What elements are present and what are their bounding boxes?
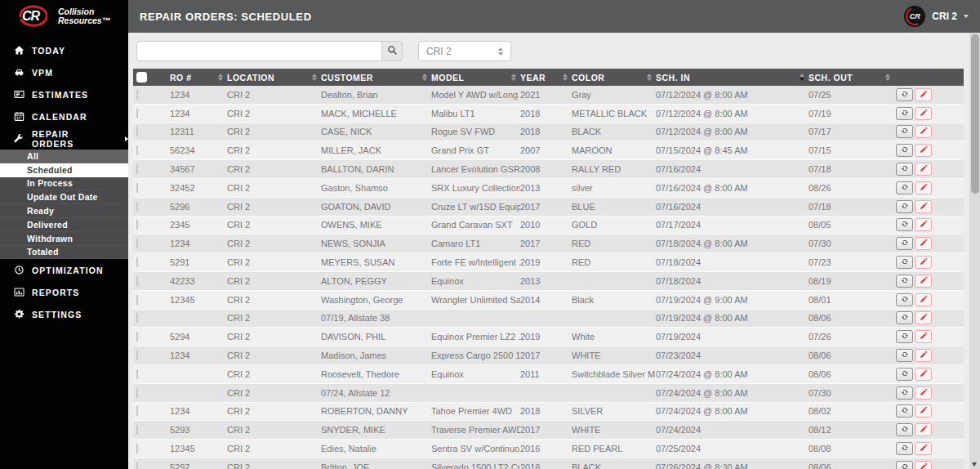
account-menu[interactable]: CR CRI 2 [904,6,969,27]
sort-icon[interactable] [800,74,804,81]
edit-button[interactable] [915,107,932,120]
row-checkbox[interactable] [136,164,138,174]
row-checkbox[interactable] [136,406,138,416]
refresh-button[interactable] [896,349,913,362]
edit-button[interactable] [915,404,932,418]
edit-button[interactable] [915,256,932,269]
edit-button[interactable] [915,237,932,250]
refresh-button[interactable] [896,330,913,343]
sidebar-item-optimization[interactable]: OPTIMIZATION [0,259,128,281]
sidebar-subitem-withdrawn[interactable]: Withdrawn [0,232,128,246]
sidebar-item-estimates[interactable]: ESTIMATES [0,83,128,105]
refresh-button[interactable] [896,386,913,400]
refresh-button[interactable] [896,107,913,120]
edit-button[interactable] [915,386,932,400]
row-checkbox[interactable] [136,462,138,469]
row-checkbox[interactable] [136,388,138,398]
edit-button[interactable] [915,461,932,469]
sidebar-item-repair-orders[interactable]: REPAIR ORDERS [0,127,128,150]
row-checkbox[interactable] [136,313,138,323]
column-header-sch_out[interactable]: SCH. OUT [808,69,894,86]
edit-button[interactable] [915,88,932,101]
avatar[interactable]: CR [904,6,925,27]
sort-icon[interactable] [885,74,890,81]
refresh-button[interactable] [896,275,913,288]
row-checkbox[interactable] [136,276,138,286]
sidebar-subitem-in-process[interactable]: In Process [0,177,128,191]
sort-icon[interactable] [563,74,568,81]
location-select[interactable]: CRI 2 [418,41,511,61]
refresh-button[interactable] [896,368,913,381]
edit-button[interactable] [915,330,932,343]
sidebar-subitem-update-out-date[interactable]: Update Out Date [0,190,128,204]
edit-button[interactable] [915,368,932,381]
row-checkbox[interactable] [136,444,138,453]
sidebar-subitem-totaled[interactable]: Totaled [0,246,128,260]
refresh-button[interactable] [896,442,913,455]
row-checkbox[interactable] [136,351,138,360]
vertical-scrollbar[interactable] [969,33,980,469]
scrollbar-thumb[interactable] [971,34,979,194]
row-checkbox[interactable] [136,109,138,118]
sidebar-subitem-ready[interactable]: Ready [0,204,128,218]
sidebar-subitem-scheduled[interactable]: Scheduled [0,163,128,177]
column-header-model[interactable]: MODEL [431,69,520,86]
sidebar-subitem-delivered[interactable]: Delivered [0,218,128,232]
column-header-color[interactable]: COLOR [572,69,656,86]
row-checkbox[interactable] [136,257,138,267]
select-all-checkbox[interactable] [136,72,147,83]
column-header-ro[interactable]: RO # [170,69,227,86]
edit-button[interactable] [915,163,932,176]
sort-icon[interactable] [511,74,516,81]
sidebar-item-calendar[interactable]: CALENDAR [0,105,128,127]
sidebar-subitem-all[interactable]: All [0,150,128,163]
edit-button[interactable] [915,125,932,138]
refresh-button[interactable] [896,125,913,138]
refresh-button[interactable] [896,461,913,469]
refresh-button[interactable] [896,144,913,157]
search-button[interactable] [381,41,403,61]
edit-button[interactable] [915,181,932,194]
edit-button[interactable] [915,311,932,324]
search-input[interactable] [136,41,381,61]
column-header-sch_in[interactable]: SCH. IN [656,69,808,86]
refresh-button[interactable] [896,88,913,101]
sort-icon[interactable] [312,74,317,81]
row-checkbox[interactable] [136,220,138,230]
row-checkbox[interactable] [136,145,138,155]
row-checkbox[interactable] [136,425,138,435]
edit-button[interactable] [915,275,932,288]
row-checkbox[interactable] [136,332,138,342]
refresh-button[interactable] [896,404,913,418]
sort-icon[interactable] [422,74,427,81]
edit-button[interactable] [915,349,932,362]
column-header-year[interactable]: YEAR [520,69,572,86]
edit-button[interactable] [915,144,932,157]
refresh-button[interactable] [896,218,913,231]
column-header-customer[interactable]: CUSTOMER [321,69,431,86]
sidebar-item-reports[interactable]: REPORTS [0,281,128,303]
row-checkbox[interactable] [136,202,138,212]
edit-button[interactable] [915,442,932,455]
row-checkbox[interactable] [136,239,138,248]
edit-button[interactable] [915,218,932,231]
sort-icon[interactable] [218,74,223,81]
refresh-button[interactable] [896,181,913,194]
refresh-button[interactable] [896,311,913,324]
column-header-location[interactable]: LOCATION [227,69,321,86]
row-checkbox[interactable] [136,183,138,193]
sort-icon[interactable] [647,74,652,81]
edit-button[interactable] [915,293,932,306]
scroll-down-icon[interactable] [972,462,977,467]
edit-button[interactable] [915,200,932,213]
sidebar-item-vpm[interactable]: VPM [0,61,128,83]
row-checkbox[interactable] [136,127,138,136]
sidebar-item-today[interactable]: TODAY [0,39,128,61]
refresh-button[interactable] [896,237,913,250]
refresh-button[interactable] [896,256,913,269]
refresh-button[interactable] [896,200,913,213]
refresh-button[interactable] [896,163,913,176]
refresh-button[interactable] [896,423,913,436]
edit-button[interactable] [915,423,932,436]
row-checkbox[interactable] [136,295,138,305]
